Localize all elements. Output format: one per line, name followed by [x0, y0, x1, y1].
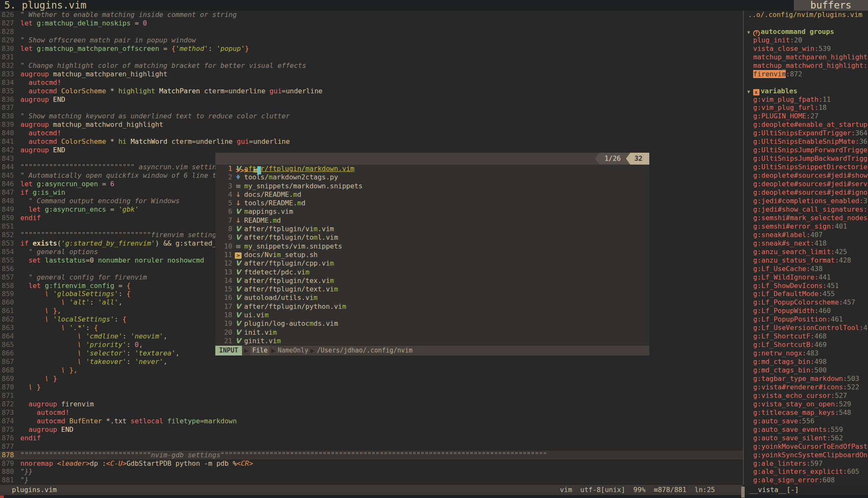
vista-tag-item[interactable]: g:Lf_WildIgnore:441	[744, 273, 868, 282]
editor-line[interactable]: 868 \ },	[0, 366, 743, 375]
popup-result-row[interactable]: 5↓tools/README.md	[215, 199, 649, 207]
vista-tag-item[interactable]: vista_close_win:539	[744, 45, 868, 53]
popup-result-row[interactable]: 8Vafter/ftplugin/vim.vim	[215, 225, 649, 233]
editor-line[interactable]: 872 augroup firenvim	[0, 400, 743, 408]
popup-result-row[interactable]: 12Vafter/ftplugin/cpp.vim	[215, 259, 649, 268]
vista-tag-item[interactable]: g:auto_save_silent:562	[744, 434, 868, 442]
popup-result-row[interactable]: 10≡my_snippets/vim.snippets	[215, 242, 649, 251]
editor-line[interactable]: 877	[0, 442, 743, 451]
editor-line[interactable]: 829" Show offscreen match pair in popup …	[0, 36, 743, 45]
popup-result-row[interactable]: 19Vplugin/log-autocmds.vim	[215, 319, 649, 328]
tab-current-buffer[interactable]: 5. plugins.vim	[4, 0, 86, 11]
popup-result-row[interactable]: 1Vafter/ftplugin/markdown.vim	[215, 165, 649, 173]
editor-line[interactable]: 879nnoremap <leader>dp :<C-U>GdbStartPDB…	[0, 459, 743, 468]
vista-tag-item[interactable]: g:UltiSnipsJumpBackwardTrigg	[744, 154, 868, 163]
popup-result-row[interactable]: 2♦tools/markdown2ctags.py	[215, 173, 649, 182]
popup-result-row[interactable]: 20Vinit.vim	[215, 328, 649, 337]
vista-tag-item[interactable]: g:UltiSnipsEnableSnipMate:36	[744, 137, 868, 146]
vista-tag-item[interactable]: matchup_matchparen_highlight	[744, 53, 868, 62]
editor-line[interactable]: 871	[0, 392, 743, 400]
vista-group-header[interactable]: ▼xvariables	[744, 87, 868, 95]
vista-tag-item[interactable]: g:semshi#error_sign:401	[744, 222, 868, 231]
vista-tag-item[interactable]: g:titlecase_map_keys:548	[744, 408, 868, 417]
editor-line[interactable]: 826" Whether to enable matching inside c…	[0, 11, 743, 19]
vista-tag-item[interactable]: g:Lf_ShortcutF:468	[744, 332, 868, 341]
editor-line[interactable]: 827let g:matchup_delim_noskips = 0	[0, 19, 743, 28]
editor-line[interactable]: 838" Show matching keyword as underlined…	[0, 112, 743, 120]
editor-line[interactable]: 839augroup matchup_matchword_highlight	[0, 120, 743, 129]
editor-line[interactable]: 867 \ 'takeover': 'never',	[0, 358, 743, 366]
popup-result-row[interactable]: 18Vui.vim	[215, 311, 649, 319]
editor-line[interactable]: 880"}}	[0, 467, 743, 476]
editor-line[interactable]: 837	[0, 104, 743, 112]
vista-tag-item[interactable]: g:Lf_PopupColorscheme:457	[744, 298, 868, 307]
vista-tag-item[interactable]: g:UltiSnipsExpandTrigger:364	[744, 129, 868, 137]
vista-tag-item[interactable]: g:sneak#label:407	[744, 231, 868, 239]
editor-line[interactable]: 881"}	[0, 476, 743, 484]
vista-tag-item[interactable]: g:sneak#s_next:418	[744, 239, 868, 248]
vista-tag-item[interactable]: g:anzu_status_format:428	[744, 256, 868, 265]
popup-result-row[interactable]: 15Vafter/ftplugin/text.vim	[215, 285, 649, 294]
vista-tag-item[interactable]: g:md_ctags_bin:500	[744, 366, 868, 375]
vista-tag-item[interactable]: g:deoplete#sources#jedi#igno	[744, 188, 868, 197]
vista-tag-item[interactable]: g:vim_plug_furl:18	[744, 104, 868, 112]
editor-line[interactable]: 869 \ }	[0, 375, 743, 383]
vista-tag-item[interactable]: g:ale_sign_error:608	[744, 476, 868, 484]
editor-line[interactable]: 840 autocmd!	[0, 129, 743, 137]
vista-tag-item[interactable]: g:md_ctags_bin:498	[744, 358, 868, 366]
popup-result-row[interactable]: 16Vautoload/utils.vim	[215, 294, 649, 302]
vista-tag-item[interactable]: g:Lf_DefaultMode:455	[744, 290, 868, 298]
popup-result-row[interactable]: 11>docs/Nvim_setup.sh	[215, 251, 649, 259]
popup-result-row[interactable]: 4↓docs/README.md	[215, 190, 649, 199]
vista-tag-item[interactable]: g:vista_echo_cursor:527	[744, 392, 868, 400]
vista-tag-item[interactable]: g:vim_plug_fpath:11	[744, 95, 868, 104]
vista-tag-item[interactable]: g:anzu_search_limit:425	[744, 248, 868, 256]
popup-result-row[interactable]: 17Vafter/ftplugin/python.vim	[215, 302, 649, 311]
editor-line[interactable]: 830let g:matchup_matchparen_offscreen = …	[0, 45, 743, 53]
vista-tag-item[interactable]: g:tagbar_type_markdown:503	[744, 375, 868, 383]
editor-line[interactable]: 836augroup END	[0, 95, 743, 104]
editor-line[interactable]: 835 autocmd ColorScheme * highlight Matc…	[0, 87, 743, 95]
vista-tag-item[interactable]: g:semshi#mark_selected_nodes	[744, 214, 868, 222]
vista-tag-item[interactable]: g:vista_stay_on_open:529	[744, 400, 868, 408]
vista-tag-item[interactable]: g:Lf_UseCache:438	[744, 265, 868, 273]
vista-tag-item[interactable]: g:Lf_ShortcutB:469	[744, 341, 868, 349]
editor-line[interactable]: 833augroup matchup_matchparen_highlight	[0, 70, 743, 78]
editor-line[interactable]: 874 autocmd BufEnter *.txt setlocal file…	[0, 417, 743, 425]
vista-tag-item[interactable]: g:ale_linters_explicit:605	[744, 467, 868, 476]
editor-line[interactable]: 870 \ }	[0, 383, 743, 392]
editor-line[interactable]: 876endif	[0, 434, 743, 442]
popup-result-row[interactable]: 3≡my_snippets/markdown.snippets	[215, 182, 649, 190]
vista-tag-item[interactable]: g:Lf_PopupPosition:461	[744, 315, 868, 324]
sidebar-scrollbar-thumb[interactable]	[741, 487, 745, 498]
vista-tag-item[interactable]: plug_init:20	[744, 36, 868, 45]
editor-line[interactable]: 875 augroup END	[0, 425, 743, 434]
editor-line[interactable]: 878""""""""""""""""""""""""""""""""nvim-…	[0, 451, 743, 459]
vista-tag-item[interactable]: g:Lf_PopupWidth:460	[744, 307, 868, 315]
editor-line[interactable]: 831	[0, 53, 743, 62]
vista-tag-item[interactable]: g:auto_save_events:559	[744, 425, 868, 434]
vista-tag-item[interactable]: g:deoplete#sources#jedi#show	[744, 171, 868, 180]
editor-line[interactable]: 828	[0, 28, 743, 36]
vista-tag-item[interactable]: g:auto_save:556	[744, 417, 868, 425]
vista-tag-item[interactable]: g:yoinkMoveCursorToEndOfPast	[744, 442, 868, 451]
vista-tag-item[interactable]: g:deoplete#sources#jedi#serv	[744, 180, 868, 188]
vista-tag-item[interactable]: g:Lf_UseVersionControlTool:4	[744, 324, 868, 332]
vista-tag-item[interactable]: g:deoplete#enable_at_startup	[744, 120, 868, 129]
vista-tag-item[interactable]: g:yoinkSyncSystemClipboardOn	[744, 451, 868, 459]
editor-line[interactable]: 832" Change highlight color of matching …	[0, 62, 743, 70]
editor-line[interactable]: 834 autocmd!	[0, 78, 743, 87]
popup-result-row[interactable]: 7↓README.md	[215, 216, 649, 225]
fuzzy-search-input[interactable]: >>>m 1/26 32	[215, 153, 649, 165]
popup-result-row[interactable]: 14Vafter/ftplugin/tex.vim	[215, 277, 649, 285]
vista-tag-item[interactable]: matchup_matchword_highlight:	[744, 62, 868, 70]
vista-tag-item[interactable]: g:vista#renderer#icons:522	[744, 383, 868, 392]
editor-line[interactable]: 873 autocmd!	[0, 408, 743, 417]
vista-tag-item[interactable]: g:UltiSnipsJumpForwardTrigge	[744, 146, 868, 154]
vista-tag-item[interactable]: g:jedi#show_call_signatures:	[744, 205, 868, 214]
vista-tag-item[interactable]: firenvim:872	[744, 70, 868, 78]
vista-tag-item[interactable]: g:ale_linters:597	[744, 459, 868, 468]
popup-result-row[interactable]: 6Vmappings.vim	[215, 207, 649, 216]
vista-tag-item[interactable]: g:jedi#completions_enabled:3	[744, 197, 868, 205]
vista-tag-item[interactable]: g:PLUGIN_HOME:27	[744, 112, 868, 120]
